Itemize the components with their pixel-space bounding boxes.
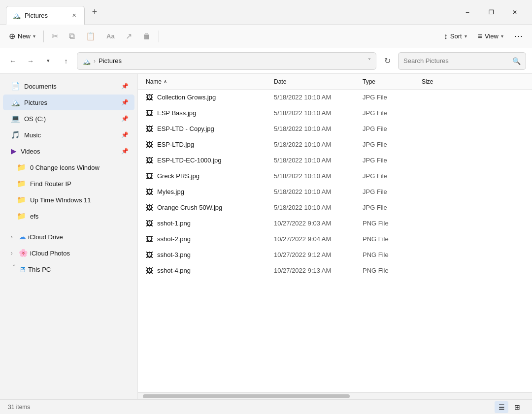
- header-type[interactable]: Type: [363, 78, 422, 85]
- table-row[interactable]: 🖼 Greck PRS.jpg 5/18/2022 10:10 AM JPG F…: [138, 168, 532, 184]
- table-row[interactable]: 🖼 ESP Bass.jpg 5/18/2022 10:10 AM JPG Fi…: [138, 105, 532, 121]
- sidebar-item-music[interactable]: 🎵 Music 📌: [3, 127, 134, 143]
- table-row[interactable]: 🖼 ESP-LTD.jpg 5/18/2022 10:10 AM JPG Fil…: [138, 137, 532, 153]
- sidebar-label-icloud-photos: iCloud Photos: [30, 250, 70, 257]
- file-name-cell: 🖼 sshot-4.png: [146, 266, 274, 275]
- h-scrollbar-thumb[interactable]: [143, 394, 350, 398]
- file-list-header: Name ∧ Date Type Size: [138, 74, 532, 90]
- videos-pin-icon: 📌: [121, 148, 129, 155]
- view-large-button[interactable]: ⊞: [510, 401, 524, 413]
- refresh-button[interactable]: ↻: [380, 54, 394, 68]
- table-row[interactable]: 🖼 ESP-LTD - Copy.jpg 5/18/2022 10:10 AM …: [138, 121, 532, 137]
- sidebar-item-os-c[interactable]: 💻 OS (C:) 📌: [3, 111, 134, 127]
- cut-button[interactable]: ✂: [47, 28, 63, 45]
- file-name: ESP-LTD - Copy.jpg: [157, 125, 214, 132]
- sidebar-label-os-c: OS (C:): [24, 115, 46, 123]
- sidebar-item-videos[interactable]: ▶ Videos 📌: [3, 143, 134, 159]
- icloud-drive-icon: ☁: [19, 232, 26, 241]
- paste-button[interactable]: 📋: [81, 28, 100, 45]
- window-controls: – ❐ ✕: [456, 4, 526, 20]
- efs-folder-icon: 📁: [17, 212, 26, 221]
- file-type-cell: JPG File: [363, 157, 422, 164]
- sidebar-section-icloud-drive[interactable]: › ☁ iCloud Drive: [3, 229, 134, 245]
- active-tab[interactable]: 🏔️ Pictures ✕: [6, 6, 85, 25]
- header-name[interactable]: Name ∧: [146, 78, 274, 85]
- file-list: 🖼 Collection Grows.jpg 5/18/2022 10:10 A…: [138, 90, 532, 392]
- horizontal-scrollbar[interactable]: [138, 392, 532, 399]
- file-type-cell: JPG File: [363, 188, 422, 195]
- close-button[interactable]: ✕: [503, 4, 526, 20]
- search-bar[interactable]: 🔍: [398, 52, 526, 70]
- file-name: sshot-4.png: [157, 267, 191, 274]
- path-folder-icon: 🏔️: [82, 57, 91, 65]
- sidebar-item-efs[interactable]: 📁 efs: [3, 208, 134, 224]
- cut-icon: ✂: [52, 32, 58, 41]
- file-icon: 🖼: [146, 203, 153, 212]
- sidebar-label-uptime: Up Time WIndows 11: [30, 196, 91, 204]
- table-row[interactable]: 🖼 Collection Grows.jpg 5/18/2022 10:10 A…: [138, 90, 532, 105]
- sidebar-item-documents[interactable]: 📄 Documents 📌: [3, 78, 134, 94]
- file-name-cell: 🖼 Greck PRS.jpg: [146, 172, 274, 180]
- sidebar-item-pictures[interactable]: 🏔️ Pictures 📌: [3, 95, 134, 110]
- main-content: 📄 Documents 📌 🏔️ Pictures 📌 💻 OS (C:) 📌 …: [0, 74, 532, 399]
- file-type-cell: JPG File: [363, 94, 422, 101]
- table-row[interactable]: 🖼 sshot-3.png 10/27/2022 9:12 AM PNG Fil…: [138, 247, 532, 263]
- file-name-cell: 🖼 ESP Bass.jpg: [146, 109, 274, 117]
- documents-icon: 📄: [11, 82, 20, 91]
- more-button[interactable]: ···: [509, 28, 528, 45]
- find-router-folder-icon: 📁: [17, 179, 26, 188]
- file-name-cell: 🖼 Collection Grows.jpg: [146, 93, 274, 101]
- maximize-button[interactable]: ❐: [480, 4, 502, 20]
- new-tab-button[interactable]: +: [87, 4, 102, 20]
- up-button[interactable]: ↑: [59, 54, 73, 68]
- table-row[interactable]: 🖼 sshot-2.png 10/27/2022 9:04 AM PNG Fil…: [138, 231, 532, 247]
- toolbar-divider-2: [159, 31, 159, 42]
- table-row[interactable]: 🖼 sshot-4.png 10/27/2022 9:13 AM PNG Fil…: [138, 263, 532, 279]
- sidebar-item-uptime[interactable]: 📁 Up Time WIndows 11: [3, 192, 134, 208]
- sidebar-label-videos: Videos: [21, 148, 40, 155]
- header-size[interactable]: Size: [422, 78, 524, 85]
- view-details-button[interactable]: ☰: [495, 401, 508, 413]
- path-bar[interactable]: 🏔️ › Pictures ˅: [77, 52, 376, 70]
- new-button[interactable]: ⊕ New ▾: [4, 28, 40, 45]
- sidebar-item-find-router[interactable]: 📁 Find Router IP: [3, 176, 134, 191]
- share-button[interactable]: ↗: [121, 28, 137, 45]
- table-row[interactable]: 🖼 ESP-LTD-EC-1000.jpg 5/18/2022 10:10 AM…: [138, 153, 532, 168]
- search-input[interactable]: [403, 57, 509, 64]
- this-pc-expand-icon: ›: [7, 264, 17, 274]
- table-row[interactable]: 🖼 Orange Crush 50W.jpg 5/18/2022 10:10 A…: [138, 200, 532, 216]
- icloud-photos-expand-icon: ›: [7, 248, 17, 258]
- rename-button[interactable]: Aa: [101, 28, 120, 45]
- sidebar-item-change-icons[interactable]: 📁 0 Change Icons Window: [3, 159, 134, 175]
- this-pc-icon: 🖥: [19, 265, 26, 274]
- sidebar-label-this-pc: This PC: [28, 266, 51, 273]
- name-sort-arrow: ∧: [164, 79, 167, 84]
- forward-button[interactable]: →: [24, 54, 37, 68]
- sidebar-section-this-pc[interactable]: › 🖥 This PC: [3, 261, 134, 277]
- file-type-cell: PNG File: [363, 235, 422, 243]
- sort-button[interactable]: ↕ Sort ▾: [439, 28, 472, 45]
- view-toggle-buttons: ☰ ⊞: [495, 401, 524, 413]
- file-name-cell: 🖼 ESP-LTD - Copy.jpg: [146, 125, 274, 133]
- recent-button[interactable]: ▾: [41, 54, 55, 68]
- sidebar-section-icloud-photos[interactable]: › 🌸 iCloud Photos: [3, 245, 134, 261]
- file-date-cell: 5/18/2022 10:10 AM: [274, 188, 363, 195]
- file-icon: 🖼: [146, 219, 153, 227]
- copy-icon: ⧉: [69, 32, 75, 41]
- copy-button[interactable]: ⧉: [64, 28, 80, 45]
- table-row[interactable]: 🖼 Myles.jpg 5/18/2022 10:10 AM JPG File: [138, 184, 532, 200]
- table-row[interactable]: 🖼 sshot-1.png 10/27/2022 9:03 AM PNG Fil…: [138, 216, 532, 231]
- title-bar: 🏔️ Pictures ✕ + – ❐ ✕: [0, 0, 532, 25]
- music-pin-icon: 📌: [121, 131, 129, 138]
- tab-close-button[interactable]: ✕: [70, 11, 78, 20]
- tab-area: 🏔️ Pictures ✕ +: [6, 0, 456, 24]
- view-button[interactable]: ≡ View ▾: [473, 28, 508, 45]
- file-date-cell: 5/18/2022 10:10 AM: [274, 157, 363, 164]
- back-button[interactable]: ←: [6, 54, 20, 68]
- file-date-cell: 5/18/2022 10:10 AM: [274, 141, 363, 148]
- header-date[interactable]: Date: [274, 78, 363, 85]
- file-name: sshot-1.png: [157, 220, 191, 227]
- minimize-button[interactable]: –: [456, 4, 479, 20]
- view-caret: ▾: [501, 33, 503, 39]
- delete-button[interactable]: 🗑: [138, 28, 156, 45]
